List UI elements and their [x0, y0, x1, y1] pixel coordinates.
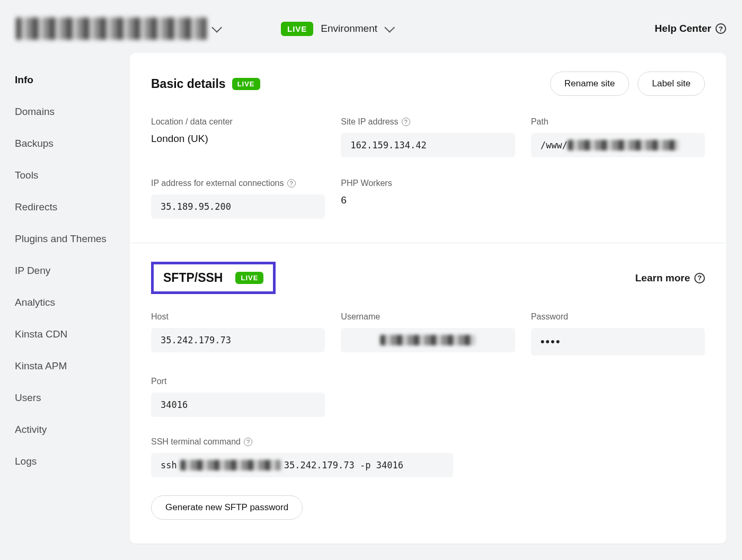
ssh-suffix: 35.242.179.73 -p 34016 [284, 460, 403, 470]
sidebar-item-plugins-themes[interactable]: Plugins and Themes [15, 233, 130, 245]
path-prefix: /www/ [541, 140, 568, 150]
sidebar-item-kinsta-apm[interactable]: Kinsta APM [15, 360, 130, 372]
sidebar-item-kinsta-cdn[interactable]: Kinsta CDN [15, 328, 130, 340]
sftp-ssh-title: SFTP/SSH [163, 271, 223, 285]
username-redacted [380, 335, 475, 345]
live-badge: LIVE [235, 272, 263, 284]
sidebar-item-tools[interactable]: Tools [15, 170, 130, 181]
learn-more-link[interactable]: Learn more ? [635, 272, 705, 284]
site-name-dropdown[interactable] [16, 17, 238, 40]
site-ip-value[interactable]: 162.159.134.42 [341, 133, 515, 157]
sidebar-item-backups[interactable]: Backups [15, 138, 130, 149]
host-value[interactable]: 35.242.179.73 [151, 328, 325, 352]
sftp-ssh-section: SFTP/SSH LIVE Learn more ? Host 35.242.1… [130, 243, 726, 544]
sidebar-item-analytics[interactable]: Analytics [15, 297, 130, 308]
port-label: Port [151, 377, 325, 386]
site-ip-field: Site IP address ? 162.159.134.42 [341, 117, 515, 157]
sidebar-item-ip-deny[interactable]: IP Deny [15, 265, 130, 277]
ssh-prefix: ssh [161, 460, 177, 470]
sidebar-item-logs[interactable]: Logs [15, 456, 130, 467]
sidebar: Info Domains Backups Tools Redirects Plu… [0, 53, 130, 467]
location-label: Location / data center [151, 117, 325, 127]
basic-details-title: Basic details [151, 77, 226, 91]
basic-details-section: Basic details LIVE Rename site Label sit… [130, 53, 726, 243]
path-redacted [568, 140, 679, 150]
ssh-user-redacted [180, 460, 281, 470]
password-value[interactable]: •••• [531, 328, 705, 355]
help-icon[interactable]: ? [402, 118, 410, 126]
port-field: Port 34016 [151, 377, 325, 417]
learn-more-label: Learn more [635, 272, 690, 284]
help-center-label: Help Center [655, 23, 711, 34]
sidebar-item-info[interactable]: Info [15, 74, 130, 86]
label-site-button[interactable]: Label site [638, 72, 705, 96]
php-workers-label: PHP Workers [341, 179, 515, 188]
password-field: Password •••• [531, 312, 705, 355]
ssh-command-value[interactable]: ssh 35.242.179.73 -p 34016 [151, 453, 453, 477]
ssh-command-label: SSH terminal command [151, 437, 241, 447]
chevron-down-icon [211, 22, 222, 33]
location-field: Location / data center London (UK) [151, 117, 325, 157]
content-panels: Basic details LIVE Rename site Label sit… [130, 53, 726, 544]
php-workers-field: PHP Workers 6 [341, 179, 515, 219]
sidebar-item-activity[interactable]: Activity [15, 424, 130, 435]
help-icon: ? [694, 273, 705, 283]
path-label: Path [531, 117, 705, 127]
sftp-ssh-highlight: SFTP/SSH LIVE [151, 262, 276, 294]
ip-external-label: IP address for external connections [151, 179, 284, 188]
chevron-down-icon [384, 22, 395, 33]
help-icon[interactable]: ? [244, 438, 252, 446]
path-value[interactable]: /www/ [531, 133, 705, 157]
environment-label: Environment [321, 23, 377, 34]
php-workers-value: 6 [341, 194, 515, 206]
username-label: Username [341, 312, 515, 322]
username-value[interactable] [341, 328, 515, 352]
help-icon: ? [716, 23, 726, 34]
ip-external-field: IP address for external connections ? 35… [151, 179, 325, 219]
host-label: Host [151, 312, 325, 322]
host-field: Host 35.242.179.73 [151, 312, 325, 355]
username-field: Username [341, 312, 515, 355]
path-field: Path /www/ [531, 117, 705, 157]
live-badge: LIVE [281, 22, 313, 36]
topbar: LIVE Environment Help Center ? [0, 0, 742, 48]
sidebar-item-domains[interactable]: Domains [15, 106, 130, 118]
help-center-link[interactable]: Help Center ? [655, 23, 726, 34]
ip-external-value[interactable]: 35.189.95.200 [151, 194, 325, 219]
sidebar-item-users[interactable]: Users [15, 392, 130, 404]
site-name-redacted [16, 17, 207, 40]
rename-site-button[interactable]: Rename site [550, 72, 629, 96]
environment-switcher[interactable]: LIVE Environment [281, 22, 392, 36]
help-icon[interactable]: ? [287, 179, 296, 188]
port-value[interactable]: 34016 [151, 393, 325, 417]
ssh-command-field: SSH terminal command ? ssh 35.242.179.73… [151, 437, 705, 477]
live-badge: LIVE [232, 78, 260, 90]
site-ip-label: Site IP address [341, 117, 398, 127]
sidebar-item-redirects[interactable]: Redirects [15, 201, 130, 213]
password-label: Password [531, 312, 705, 322]
generate-sftp-password-button[interactable]: Generate new SFTP password [151, 495, 303, 520]
location-value: London (UK) [151, 133, 325, 145]
